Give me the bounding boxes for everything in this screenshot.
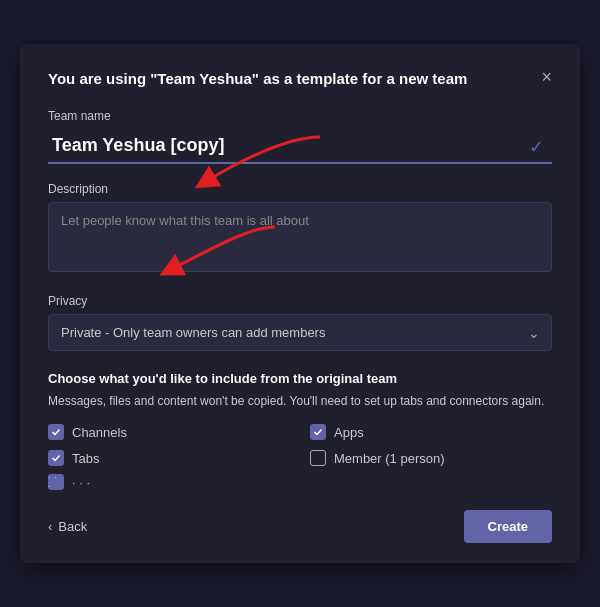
more-ellipsis: · · · (72, 475, 90, 490)
more-row: · · · · · · (48, 474, 552, 490)
more-dots-icon: · · · (48, 474, 64, 490)
back-button[interactable]: ‹ Back (48, 519, 87, 534)
checkbox-tabs[interactable]: Tabs (48, 450, 290, 466)
close-button[interactable]: × (541, 68, 552, 86)
privacy-select[interactable]: Private - Only team owners can add membe… (48, 314, 552, 351)
checkboxes-grid: Channels Apps Tabs Member (1 person) (48, 424, 552, 466)
check-mark-icon (51, 427, 61, 437)
privacy-field-wrapper: Private - Only team owners can add membe… (48, 314, 552, 351)
include-section-desc: Messages, files and content won't be cop… (48, 392, 552, 410)
checkbox-apps[interactable]: Apps (310, 424, 552, 440)
back-chevron-icon: ‹ (48, 519, 52, 534)
apps-checkbox[interactable] (310, 424, 326, 440)
checkbox-channels[interactable]: Channels (48, 424, 290, 440)
member-checkbox[interactable] (310, 450, 326, 466)
team-name-label: Team name (48, 109, 552, 123)
member-label: Member (1 person) (334, 451, 445, 466)
back-label: Back (58, 519, 87, 534)
tabs-checkbox[interactable] (48, 450, 64, 466)
team-name-input[interactable] (48, 129, 552, 164)
check-icon: ✓ (529, 136, 544, 158)
create-team-dialog: You are using "Team Yeshua" as a templat… (20, 44, 580, 563)
channels-label: Channels (72, 425, 127, 440)
checkbox-member[interactable]: Member (1 person) (310, 450, 552, 466)
dialog-footer: ‹ Back Create (48, 510, 552, 543)
more-dots-label: · · · (48, 473, 64, 491)
create-button[interactable]: Create (464, 510, 552, 543)
channels-checkbox[interactable] (48, 424, 64, 440)
include-section-title: Choose what you'd like to include from t… (48, 371, 552, 386)
privacy-label: Privacy (48, 294, 552, 308)
apps-label: Apps (334, 425, 364, 440)
team-name-field-wrapper: ✓ (48, 129, 552, 164)
tabs-label: Tabs (72, 451, 99, 466)
dialog-header: You are using "Team Yeshua" as a templat… (48, 68, 552, 89)
dialog-title: You are using "Team Yeshua" as a templat… (48, 68, 541, 89)
description-input[interactable] (48, 202, 552, 272)
tabs-check-icon (51, 453, 61, 463)
apps-check-icon (313, 427, 323, 437)
description-label: Description (48, 182, 552, 196)
